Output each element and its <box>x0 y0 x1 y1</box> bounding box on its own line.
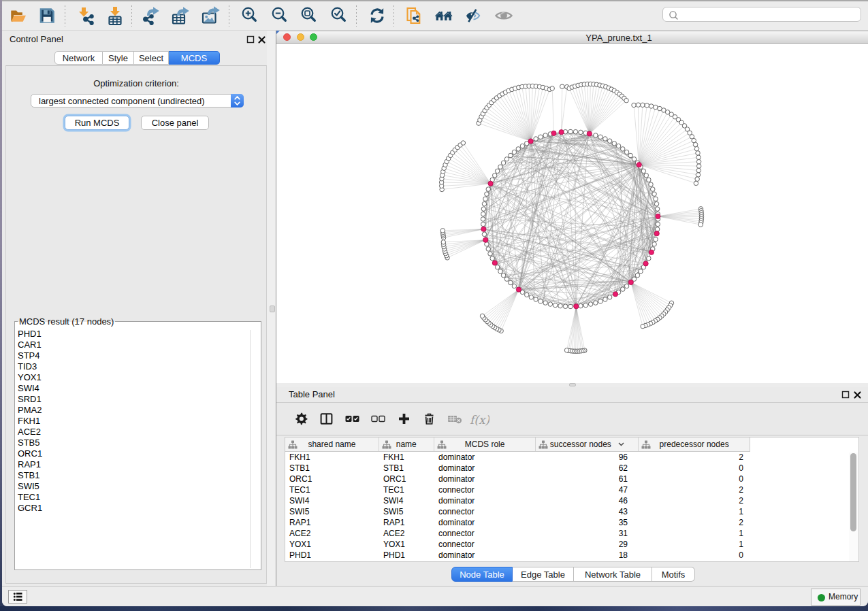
network-node[interactable] <box>607 295 612 300</box>
network-node[interactable] <box>495 169 500 174</box>
network-node[interactable] <box>512 150 517 154</box>
network-node[interactable] <box>698 222 703 227</box>
network-node[interactable] <box>481 212 485 216</box>
network-hub-node[interactable] <box>649 250 654 254</box>
table-tab-motifs[interactable]: Motifs <box>652 567 695 582</box>
network-node[interactable] <box>644 174 649 178</box>
control-panel-tab-mcds[interactable]: MCDS <box>169 51 220 65</box>
select-all-icon[interactable] <box>345 412 359 428</box>
network-node[interactable] <box>543 301 548 306</box>
table-row[interactable]: STB1STB1dominator620 <box>285 463 750 474</box>
window-minimize-icon[interactable] <box>297 33 304 41</box>
column-header-MCDS-role[interactable]: MCDS role <box>434 437 536 451</box>
mcds-result-item[interactable]: STP4 <box>15 350 261 361</box>
mcds-result-item[interactable]: ACE2 <box>15 427 261 437</box>
table-row[interactable]: TEC1TEC1connector472 <box>285 484 750 495</box>
mcds-result-item[interactable]: SWI4 <box>15 383 261 394</box>
network-node[interactable] <box>516 147 521 152</box>
column-header-successor-nodes[interactable]: successor nodes <box>536 437 639 451</box>
table-tab-network-table[interactable]: Network Table <box>574 567 652 582</box>
network-view-canvas[interactable] <box>276 44 868 383</box>
network-node[interactable] <box>498 165 503 169</box>
network-node[interactable] <box>492 174 497 178</box>
network-node[interactable] <box>568 129 573 134</box>
open-session-icon[interactable] <box>9 6 28 25</box>
network-node[interactable] <box>696 164 701 169</box>
network-node[interactable] <box>628 153 633 158</box>
column-header-name[interactable]: name <box>379 437 434 451</box>
hide-selected-icon[interactable] <box>464 6 483 25</box>
table-panel-close-icon[interactable] <box>853 390 862 399</box>
network-node[interactable] <box>656 222 660 227</box>
mcds-result-item[interactable]: ORC1 <box>15 448 261 459</box>
horizontal-splitter-handle[interactable] <box>569 383 576 386</box>
network-node[interactable] <box>624 98 629 103</box>
table-scrollbar[interactable] <box>849 452 858 561</box>
network-node[interactable] <box>696 173 700 178</box>
network-node[interactable] <box>486 247 491 252</box>
network-node[interactable] <box>441 240 446 245</box>
mcds-result-item[interactable]: PMA2 <box>15 405 261 416</box>
network-node[interactable] <box>485 192 489 197</box>
network-node[interactable] <box>696 159 701 164</box>
network-node[interactable] <box>696 155 701 160</box>
network-hub-node[interactable] <box>654 231 659 236</box>
network-node[interactable] <box>520 144 525 148</box>
network-node[interactable] <box>588 302 593 307</box>
network-node[interactable] <box>641 324 645 329</box>
table-row[interactable]: SWI4SWI4dominator462 <box>285 495 750 506</box>
network-node[interactable] <box>612 141 617 146</box>
control-panel-float-icon[interactable] <box>246 35 255 44</box>
control-panel-tab-network[interactable]: Network <box>54 51 103 65</box>
network-node[interactable] <box>632 157 637 162</box>
network-node[interactable] <box>639 269 643 274</box>
network-node[interactable] <box>548 302 553 307</box>
mcds-result-item[interactable]: STB1 <box>15 470 261 481</box>
network-node[interactable] <box>553 303 558 308</box>
column-header-predecessor-nodes[interactable]: predecessor nodes <box>639 437 750 451</box>
network-node[interactable] <box>481 222 485 227</box>
network-node[interactable] <box>632 103 637 108</box>
network-node[interactable] <box>620 287 625 292</box>
network-node[interactable] <box>620 147 625 152</box>
mcds-result-item[interactable]: GCR1 <box>15 503 261 514</box>
network-node[interactable] <box>486 187 491 192</box>
network-node[interactable] <box>564 348 569 353</box>
network-node[interactable] <box>696 168 701 173</box>
network-hub-node[interactable] <box>637 163 641 167</box>
vertical-splitter[interactable] <box>267 31 276 586</box>
network-hub-node[interactable] <box>613 292 617 297</box>
network-node[interactable] <box>598 135 603 139</box>
search-input[interactable] <box>662 7 861 22</box>
network-hub-node[interactable] <box>574 304 579 309</box>
network-node[interactable] <box>647 178 652 182</box>
export-network-icon[interactable] <box>142 6 161 25</box>
table-scrollbar-thumb[interactable] <box>850 453 856 531</box>
network-node[interactable] <box>624 150 629 154</box>
network-node[interactable] <box>560 84 564 88</box>
network-node[interactable] <box>490 256 495 261</box>
network-node[interactable] <box>461 141 466 146</box>
network-node[interactable] <box>534 137 539 142</box>
close-panel-button[interactable]: Close panel <box>141 116 209 130</box>
refresh-icon[interactable] <box>368 6 387 25</box>
network-hub-node[interactable] <box>587 131 592 136</box>
network-node[interactable] <box>655 207 660 212</box>
network-node[interactable] <box>603 297 608 302</box>
network-hub-node[interactable] <box>551 131 556 135</box>
network-node[interactable] <box>483 197 488 201</box>
table-settings-icon[interactable] <box>295 412 308 428</box>
network-node[interactable] <box>694 146 699 151</box>
network-node[interactable] <box>509 153 513 158</box>
network-node[interactable] <box>649 104 654 109</box>
network-node[interactable] <box>649 182 654 187</box>
export-table-icon[interactable] <box>171 6 190 25</box>
window-maximize-icon[interactable] <box>310 33 317 41</box>
show-all-icon[interactable] <box>494 6 513 25</box>
mcds-result-item[interactable]: TID3 <box>15 361 261 372</box>
table-row[interactable]: PHD1PHD1dominator180 <box>285 550 750 561</box>
network-node[interactable] <box>488 252 493 257</box>
network-hub-node[interactable] <box>559 130 564 135</box>
network-node[interactable] <box>693 142 698 147</box>
network-hub-node[interactable] <box>628 280 633 284</box>
